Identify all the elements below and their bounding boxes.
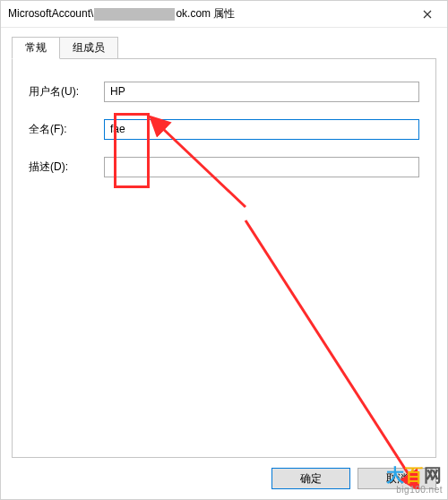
- tab-panel-general: 用户名(U): 全名(F): 描述(D):: [12, 58, 436, 458]
- annotation-arrow-confirm: [237, 211, 434, 489]
- watermark: 大百网 big100.net: [386, 465, 443, 495]
- description-input[interactable]: [104, 157, 419, 177]
- close-icon: [423, 10, 432, 19]
- row-username: 用户名(U):: [29, 81, 419, 102]
- tab-general[interactable]: 常规: [12, 37, 60, 59]
- window-title: MicrosoftAccount\ok.com 属性: [8, 6, 235, 22]
- watermark-main: 大百网: [386, 465, 443, 485]
- titlebar: MicrosoftAccount\ok.com 属性: [1, 1, 447, 28]
- watermark-sub: big100.net: [386, 485, 443, 495]
- username-label: 用户名(U):: [29, 84, 104, 99]
- fullname-label: 全名(F):: [29, 122, 104, 137]
- dialog-button-bar: 确定 取消: [1, 458, 447, 499]
- title-suffix: ok.com 属性: [176, 7, 235, 20]
- tab-members-label: 组成员: [73, 41, 105, 54]
- properties-dialog: MicrosoftAccount\ok.com 属性 常规 组成员 用户名(U)…: [0, 0, 448, 500]
- ok-button[interactable]: 确定: [271, 468, 350, 489]
- title-prefix: MicrosoftAccount\: [8, 7, 93, 20]
- tab-strip: 常规 组成员: [12, 37, 436, 58]
- ok-button-label: 确定: [300, 472, 322, 485]
- row-fullname: 全名(F):: [29, 118, 419, 140]
- content-area: 常规 组成员 用户名(U): 全名(F): 描述(D):: [1, 28, 447, 458]
- fullname-input[interactable]: [104, 119, 419, 140]
- close-button[interactable]: [407, 1, 447, 28]
- title-redacted: [94, 8, 175, 21]
- tab-members[interactable]: 组成员: [59, 37, 118, 58]
- username-input[interactable]: [104, 82, 419, 102]
- description-label: 描述(D):: [29, 159, 104, 175]
- row-description: 描述(D):: [29, 156, 419, 177]
- tab-general-label: 常规: [25, 41, 47, 54]
- svg-line-1: [246, 220, 411, 478]
